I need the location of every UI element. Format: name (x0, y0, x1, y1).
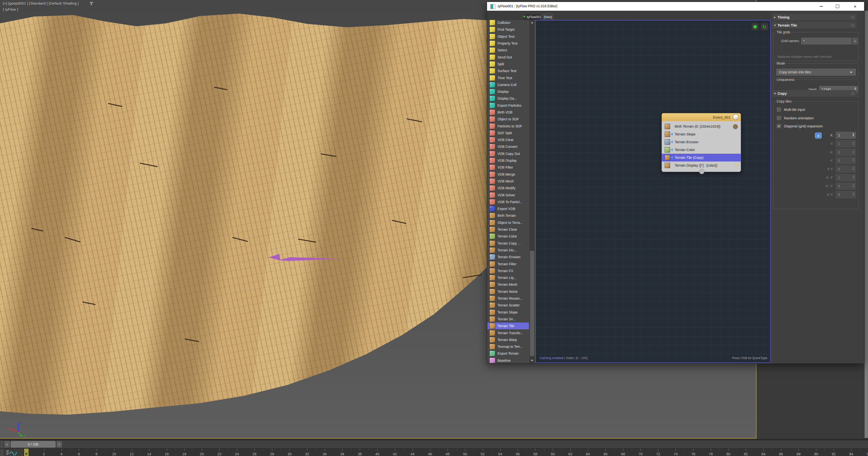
rollout-copy[interactable]: ▼ Copy (772, 90, 857, 97)
event-operator-row[interactable]: Birth Terrain (0: [1024x1024]) (662, 123, 741, 130)
operator-list-item[interactable]: Terrain Slope (488, 308, 529, 316)
event-operator-row[interactable]: Terrain Tile (Copy) (662, 154, 741, 162)
operator-list-item[interactable]: Collision (488, 20, 529, 26)
operator-list-item[interactable]: VDB To Particl... (488, 198, 529, 205)
time-slider-grip[interactable] (0, 441, 3, 448)
tab-tyflow001[interactable]: tyFlow001 (523, 13, 541, 20)
drag-grip-icon[interactable] (851, 92, 854, 95)
operator-list-item[interactable]: Terrain Tile (488, 323, 529, 329)
next-frame-button[interactable]: > (57, 441, 62, 448)
operator-list-item[interactable]: Camera Cull (488, 82, 529, 88)
operator-list-item[interactable]: VDB Filter (488, 164, 529, 171)
operator-list-scrollbar[interactable] (529, 20, 535, 363)
mode-dropdown[interactable]: Copy terrain into tiles (776, 69, 856, 75)
spinner-arrows-icon[interactable] (852, 133, 854, 137)
frame-ruler[interactable]: 2468101214161820222426283032343638404244… (0, 449, 868, 456)
scrollbar-thumb[interactable] (530, 251, 534, 356)
operator-list-item[interactable]: Display (488, 88, 529, 95)
operator-list-item[interactable]: Terrain Warp (488, 336, 529, 343)
operator-list-item[interactable]: Terrain Noise (488, 288, 529, 295)
spinner-field[interactable]: 1 (836, 132, 856, 139)
grid-names-input[interactable]: * (801, 38, 851, 44)
operator-list-item[interactable]: Terrain FX (488, 267, 529, 274)
scroll-up-button[interactable] (529, 20, 535, 25)
filter-funnel-icon[interactable] (89, 2, 94, 6)
event-output-socket[interactable] (699, 169, 705, 174)
rollout-timing[interactable]: ▶ Timing (772, 14, 857, 21)
event-operator-row[interactable]: Terrain Color (662, 146, 741, 154)
operator-list-item[interactable]: Terrain Filter (488, 260, 529, 267)
event-node-header[interactable]: Event_001 (661, 113, 741, 121)
operator-list-item[interactable]: Find Target (488, 26, 529, 33)
display-sun-icon[interactable]: ☀ (734, 162, 738, 168)
checkbox[interactable] (777, 116, 781, 120)
operator-list-item[interactable]: VDB Mesh (488, 178, 529, 185)
checkbox-checked[interactable]: ✔ (777, 124, 781, 128)
checkbox-row[interactable]: ✔Diagonal (grid) expansion (777, 124, 823, 128)
previous-frame-button[interactable]: < (4, 441, 10, 448)
operator-list-item[interactable]: Birth Terrain (488, 212, 529, 219)
operator-list-item[interactable]: VDB Clear (488, 136, 529, 143)
operator-list-item[interactable]: Terrain Scatter (488, 302, 529, 308)
maximize-button[interactable] (832, 2, 843, 11)
operator-list-item[interactable]: Terrain Copy ... (488, 240, 529, 247)
operator-list-item[interactable]: Birth VDB (488, 109, 529, 116)
operator-list-item[interactable]: Terrain Dis... (488, 247, 529, 254)
operator-list-item[interactable]: Send Out (488, 54, 529, 60)
minimize-button[interactable] (816, 2, 827, 11)
current-frame-marker[interactable]: 0 (24, 449, 29, 456)
event-operator-row[interactable]: Terrain Erosion (662, 138, 741, 146)
event-node[interactable]: Event_001 Birth Terrain (0: [1024x1024])… (661, 113, 741, 172)
operator-list-item[interactable]: Baseline (488, 357, 529, 363)
operator-list-item[interactable]: VDB Modify (488, 185, 529, 192)
operator-list-item[interactable]: Terrain Liq... (488, 274, 529, 281)
operator-list-item[interactable]: Terrain Mesh (488, 281, 529, 288)
operator-list-item[interactable]: Terrain Clear (488, 226, 529, 233)
rollout-terrain-tile[interactable]: ▼ Terrain Tile (772, 22, 857, 29)
operator-list-item[interactable]: Export Terrain (488, 350, 529, 357)
operator-list-item[interactable]: Terrain Color (488, 233, 529, 240)
time-slider-handle[interactable]: 0 / 100 (11, 441, 56, 448)
operator-list-item[interactable]: Split (488, 61, 529, 67)
operator-list-item[interactable]: Property Test (488, 40, 529, 47)
window-titlebar[interactable]: tyFlow001 : [tyFlow PRO v1.016 Editor] × (487, 2, 864, 11)
operator-list-item[interactable]: Terrain Resam... (488, 295, 529, 302)
operator-list-item[interactable]: Export VDB (488, 205, 529, 212)
operator-list-item[interactable]: VDB Merge (488, 171, 529, 178)
operator-list-item[interactable]: Particles to SDF (488, 123, 529, 129)
grid-names-dropdown-button[interactable]: v (852, 38, 858, 44)
operator-output-socket[interactable] (733, 124, 738, 129)
operator-list-item[interactable]: VDB Copy Out (488, 150, 529, 157)
operator-list-item[interactable]: Object to SDF (488, 116, 529, 123)
event-operator-row[interactable]: Terrain Slope (662, 130, 741, 138)
operator-list-item[interactable]: Select (488, 47, 529, 54)
operator-list-item[interactable]: Surface Test (488, 67, 529, 74)
viewport-shading-label[interactable]: [+] [goopd001 ] [Standard ] [Default Sha… (3, 1, 79, 5)
operator-list-item[interactable]: SDF Split (488, 130, 529, 136)
operator-list-item[interactable]: VDB Display (488, 157, 529, 164)
drag-grip-icon[interactable] (851, 16, 854, 19)
enable-flow-button[interactable] (751, 23, 759, 31)
checkbox[interactable] (777, 107, 781, 111)
checkbox-row[interactable]: Random orientation (777, 116, 814, 120)
operator-list-item[interactable]: Texmap to Terr... (488, 343, 529, 350)
checkbox-row[interactable]: Multi-tile input (777, 107, 805, 111)
operator-list-item[interactable]: Export Particles (488, 102, 529, 109)
operator-list-item[interactable]: Object Test (488, 33, 529, 40)
event-operator-row[interactable]: Terrain Display ([*] : [color])☀ (662, 162, 741, 169)
operator-list-item[interactable]: VDB Solver (488, 192, 529, 198)
track-bar[interactable]: 2468101214161820222426283032343638404244… (0, 449, 868, 456)
operator-list-item[interactable]: Object to Terra... (488, 219, 529, 226)
node-editor-canvas[interactable]: ↻ Event_001 Birth Terrain (0: [1024x1024… (535, 20, 771, 363)
operator-list-item[interactable]: Time Test (488, 74, 529, 81)
lightbulb-icon[interactable] (733, 114, 738, 120)
operator-list-item[interactable]: Display Da... (488, 95, 529, 102)
refresh-button[interactable]: ↻ (761, 23, 768, 31)
close-button[interactable]: × (850, 2, 861, 11)
drag-grip-icon[interactable] (851, 24, 854, 27)
scroll-down-button[interactable] (529, 358, 535, 363)
operator-list-item[interactable]: Terrain Transfo... (488, 329, 529, 336)
operator-list-item[interactable]: Terrain Sn... (488, 316, 529, 323)
operator-list-item[interactable]: Terrain Erosion (488, 254, 529, 260)
tab-new[interactable]: [New] (542, 13, 553, 20)
